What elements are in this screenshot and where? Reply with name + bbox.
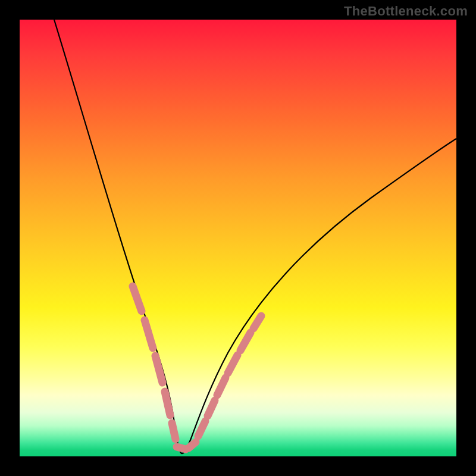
plot-area bbox=[20, 20, 456, 456]
bottleneck-curve bbox=[54, 20, 456, 453]
watermark-text: TheBottleneck.com bbox=[344, 4, 468, 19]
chart-svg bbox=[20, 20, 456, 456]
chart-frame: TheBottleneck.com bbox=[0, 0, 476, 476]
highlight-beads bbox=[133, 286, 261, 449]
